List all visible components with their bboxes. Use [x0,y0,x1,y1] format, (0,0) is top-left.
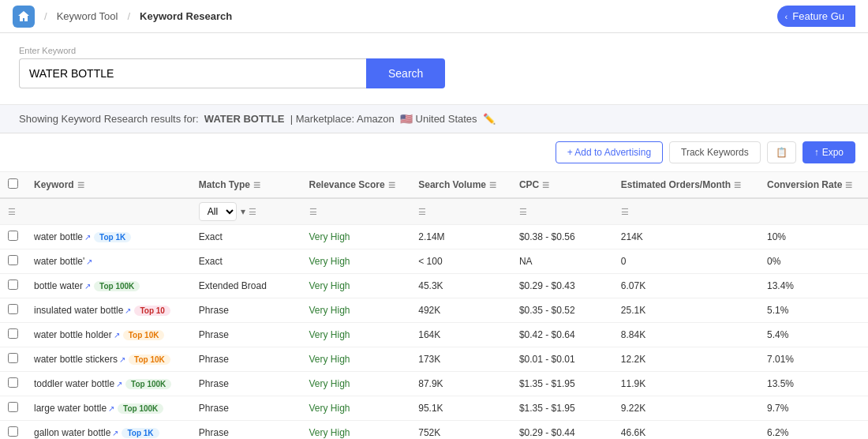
match-type-cell: Phrase [191,396,301,421]
external-link-icon[interactable]: ↗ [84,233,91,242]
table-body: water bottle↗Top 1KExactVery High2.14M$0… [0,225,868,440]
feature-guide-button[interactable]: ‹ Feature Gu [777,6,855,27]
search-label: Enter Keyword [19,46,849,55]
export-button[interactable]: ↑ Expo [803,141,855,163]
match-type-cell: Exact [191,225,301,250]
keyword-text: large water bottle [34,403,107,414]
info-keyword: WATER BOTTLE [204,113,285,125]
cpc-filter-icon[interactable]: ☰ [542,181,549,189]
keyword-cell: water bottle holder↗Top 10K [26,323,191,347]
row-checkbox-1[interactable] [8,255,18,265]
conversion-filter-icon[interactable]: ☰ [845,181,852,189]
volume-col-filter-icon[interactable]: ☰ [418,207,426,216]
keyword-text: water bottle [34,231,83,242]
relevance-value: Very High [309,403,350,414]
keyword-text: water bottle holder [34,329,112,340]
keyword-column-header: Keyword ☰ [26,172,191,198]
orders-col-filter-icon[interactable]: ☰ [621,207,629,216]
match-type-cell: Phrase [191,372,301,396]
keyword-cell: bottle water↗Top 100K [26,274,191,298]
home-logo[interactable] [13,6,35,28]
orders-cell: 12.2K [613,347,759,372]
relevance-filter-cell: ☰ [301,198,411,225]
relevance-value: Very High [309,427,350,438]
conversion-cell: 7.01% [759,347,868,372]
row-checkbox-8[interactable] [8,426,18,437]
volume-column-header: Search Volume ☰ [410,172,511,198]
external-link-icon[interactable]: ↗ [86,257,92,266]
external-link-icon[interactable]: ↗ [119,355,125,364]
filter-empty-2 [26,198,191,225]
row-checkbox-4[interactable] [8,328,18,339]
breadcrumb-keyword-research[interactable]: Keyword Research [140,10,232,22]
match-col-filter-icon[interactable]: ☰ [249,207,256,216]
orders-cell: 214K [613,225,759,250]
edit-icon[interactable]: ✏️ [483,113,496,125]
relevance-value: Very High [309,354,350,365]
external-link-icon[interactable]: ↗ [84,282,91,291]
relevance-value: Very High [309,305,350,316]
match-type-filter[interactable]: All [199,202,237,221]
table-area: + Add to Advertising Track Keywords 📋 ↑ … [0,133,868,439]
row-checkbox-cell [0,274,26,298]
add-to-advertising-button[interactable]: + Add to Advertising [556,141,663,163]
external-link-icon[interactable]: ↗ [112,429,118,437]
volume-cell: 173K [410,347,511,372]
cpc-cell: $0.01 - $0.01 [511,347,613,372]
relevance-filter-icon[interactable]: ☰ [388,181,395,189]
orders-cell: 25.1K [613,298,759,323]
col-filter-icon-1[interactable]: ☰ [8,207,16,216]
row-checkbox-6[interactable] [8,377,18,388]
keyword-cell: large water bottle↗Top 100K [26,396,191,421]
keyword-badge: Top 10 [134,306,170,316]
track-keywords-button[interactable]: Track Keywords [669,141,761,163]
row-checkbox-5[interactable] [8,353,18,363]
feature-guide-label: Feature Gu [792,10,844,22]
external-link-icon[interactable]: ↗ [116,380,122,388]
copy-button[interactable]: 📋 [767,141,796,163]
filter-empty-1: ☰ [0,198,26,225]
keyword-filter-icon[interactable]: ☰ [77,181,84,189]
cpc-cell: $1.35 - $1.95 [511,396,613,421]
row-checkbox-3[interactable] [8,304,18,314]
relevance-value: Very High [309,256,350,267]
row-checkbox-cell [0,372,26,396]
volume-filter-icon[interactable]: ☰ [489,181,496,189]
table-row: water bottle stickers↗Top 10KPhraseVery … [0,347,868,372]
select-all-checkbox[interactable] [8,178,18,189]
row-checkbox-cell [0,421,26,440]
search-input[interactable] [19,58,366,88]
row-checkbox-0[interactable] [8,231,18,241]
match-type-cell: Phrase [191,421,301,440]
orders-filter-icon[interactable]: ☰ [734,181,741,189]
external-link-icon[interactable]: ↗ [114,331,120,340]
cpc-cell: $0.38 - $0.56 [511,225,613,250]
search-button[interactable]: Search [366,58,445,88]
table-row: large water bottle↗Top 100KPhraseVery Hi… [0,396,868,421]
row-checkbox-2[interactable] [8,280,18,290]
orders-cell: 9.22K [613,396,759,421]
keyword-cell: gallon water bottle↗Top 1K [26,421,191,440]
table-wrapper: Keyword ☰ Match Type ☰ Relevance Score [0,172,868,439]
external-link-icon[interactable]: ↗ [125,306,131,315]
cpc-cell: $1.35 - $1.95 [511,372,613,396]
orders-cell: 0 [613,250,759,274]
relevance-value: Very High [309,378,350,389]
relevance-cell: Very High [301,274,411,298]
chevron-left-icon: ‹ [785,12,788,21]
row-checkbox-7[interactable] [8,402,18,412]
keyword-text: toddler water bottle [34,378,114,389]
match-filter-icon[interactable]: ☰ [253,181,260,189]
cpc-col-filter-icon[interactable]: ☰ [519,207,527,216]
breadcrumb-keyword-tool[interactable]: Keyword Tool [57,10,118,22]
external-link-icon[interactable]: ↗ [108,404,114,413]
volume-cell: 492K [410,298,511,323]
keyword-text: water bottle' [34,256,84,267]
relevance-col-filter-icon[interactable]: ☰ [309,207,317,216]
table-row: insulated water bottle↗Top 10PhraseVery … [0,298,868,323]
match-type-cell: Exact [191,250,301,274]
keyword-cell: water bottle↗Top 1K [26,225,191,250]
match-type-cell: Phrase [191,298,301,323]
volume-cell: 164K [410,323,511,347]
table-row: water bottle'↗ExactVery High< 100NA00% [0,250,868,274]
